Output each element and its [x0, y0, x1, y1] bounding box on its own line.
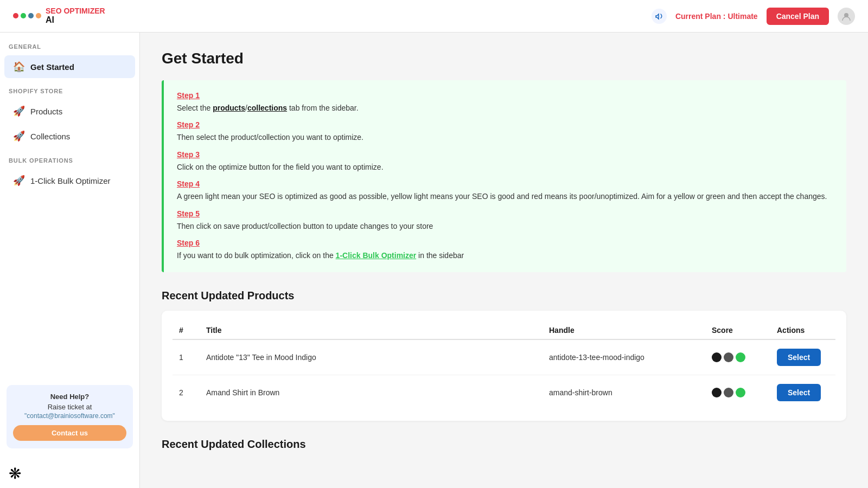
recent-products-title: Recent Updated Products	[162, 290, 846, 302]
row-title: Amand Shirt in Brown	[200, 375, 542, 410]
svg-point-0	[652, 9, 667, 24]
user-avatar[interactable]	[838, 8, 855, 25]
row-handle: amand-shirt-brown	[542, 375, 705, 410]
row-action: Select	[770, 339, 835, 375]
logo-text: SEO OPTIMIZER AI	[46, 7, 105, 25]
col-header-score: Score	[705, 322, 770, 339]
step-4-text: A green light mean your SEO is optimized…	[177, 190, 833, 202]
help-title: Need Help?	[13, 393, 126, 401]
dot-blue	[28, 13, 34, 18]
rocket-icon: 🚀	[13, 105, 25, 117]
products-table-card: # Title Handle Score Actions 1 Antidote …	[162, 311, 846, 421]
flower-icon: ❋	[9, 465, 21, 482]
col-header-num: #	[173, 322, 200, 339]
row-handle: antidote-13-tee-mood-indigo	[542, 339, 705, 375]
cancel-plan-button[interactable]: Cancel Plan	[767, 8, 829, 25]
row-num: 1	[173, 339, 200, 375]
step-5-heading: Step 5	[177, 209, 833, 218]
dot-yellow	[36, 13, 41, 18]
step-2-text: Then select the product/collection you w…	[177, 131, 833, 143]
home-icon: 🏠	[13, 61, 25, 73]
general-section-label: GENERAL	[0, 43, 139, 54]
help-box: Need Help? Raise ticket at "contact@brai…	[7, 385, 133, 448]
select-button-1[interactable]: Select	[777, 384, 821, 401]
step-3-text: Click on the optimize button for the fie…	[177, 161, 833, 173]
step-2-heading: Step 2	[177, 120, 833, 129]
topbar-right: Current Plan : Ultimate Cancel Plan	[652, 8, 855, 25]
products-link[interactable]: products	[213, 104, 245, 112]
score-dot-1	[724, 388, 733, 397]
sidebar-item-get-started[interactable]: 🏠 Get Started	[4, 55, 135, 78]
help-email: "contact@brainiosoftware.com"	[13, 412, 126, 420]
step-1-text: Select the products/collections tab from…	[177, 102, 833, 114]
step-1-heading: Step 1	[177, 91, 833, 100]
row-num: 2	[173, 375, 200, 410]
main-content: Get Started Step 1 Select the products/c…	[140, 33, 868, 488]
table-row: 2 Amand Shirt in Brown amand-shirt-brown…	[173, 375, 835, 410]
bulk-section-label: BULK OPERATIONS	[0, 157, 139, 168]
sidebar-item-bulk-optimizer[interactable]: 🚀 1-Click Bulk Optimizer	[4, 169, 135, 192]
row-score	[705, 375, 770, 410]
contact-us-button[interactable]: Contact us	[13, 425, 126, 441]
bulk-optimizer-link[interactable]: 1-Click Bulk Optimizer	[336, 251, 417, 260]
step-6-text: If you want to do bulk optimization, cli…	[177, 249, 833, 261]
topbar: SEO OPTIMIZER AI Current Plan : Ultimate…	[0, 0, 868, 33]
score-dot-2	[736, 388, 745, 397]
megaphone-icon	[652, 9, 667, 24]
bulk-icon: 🚀	[13, 175, 25, 187]
score-dot-0	[712, 388, 722, 397]
help-subtitle: Raise ticket at	[13, 403, 126, 411]
row-title: Antidote "13" Tee in Mood Indigo	[200, 339, 542, 375]
col-header-title: Title	[200, 322, 542, 339]
col-header-actions: Actions	[770, 322, 835, 339]
score-dot-0	[712, 352, 722, 362]
select-button-0[interactable]: Select	[777, 349, 821, 366]
dot-green	[21, 13, 26, 18]
step-4-heading: Step 4	[177, 179, 833, 188]
logo-dots	[13, 13, 41, 18]
page-title: Get Started	[162, 50, 846, 67]
sidebar-item-products[interactable]: 🚀 Products	[4, 100, 135, 123]
table-row: 1 Antidote "13" Tee in Mood Indigo antid…	[173, 339, 835, 375]
step-5-text: Then click on save product/collection bu…	[177, 220, 833, 232]
dot-red	[13, 13, 18, 18]
shopify-section-label: SHOPIFY STORE	[0, 88, 139, 99]
collections-link[interactable]: collections	[247, 104, 287, 112]
current-plan-label: Current Plan : Ultimate	[675, 12, 758, 21]
col-header-handle: Handle	[542, 322, 705, 339]
steps-card: Step 1 Select the products/collections t…	[162, 80, 846, 272]
bottom-icon-area: ❋	[0, 459, 139, 488]
collections-icon: 🚀	[13, 130, 25, 142]
step-3-heading: Step 3	[177, 150, 833, 159]
score-dot-2	[736, 352, 745, 362]
products-table: # Title Handle Score Actions 1 Antidote …	[173, 322, 835, 410]
logo: SEO OPTIMIZER AI	[13, 7, 105, 25]
recent-collections-title: Recent Updated Collections	[162, 438, 846, 451]
step-6-heading: Step 6	[177, 239, 833, 247]
row-score	[705, 339, 770, 375]
sidebar-item-collections[interactable]: 🚀 Collections	[4, 125, 135, 147]
row-action: Select	[770, 375, 835, 410]
sidebar: GENERAL 🏠 Get Started SHOPIFY STORE 🚀 Pr…	[0, 33, 140, 488]
score-dot-1	[724, 352, 733, 362]
